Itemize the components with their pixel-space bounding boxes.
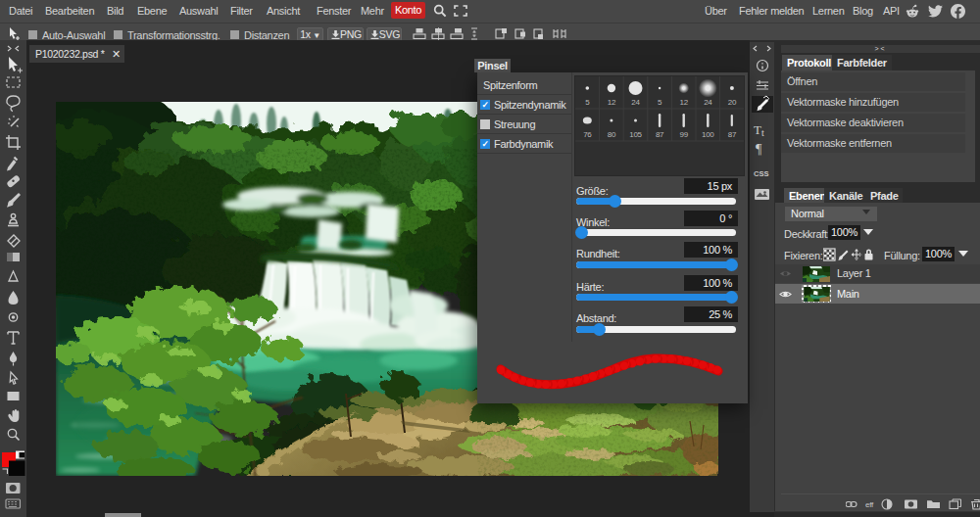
svg-text:24: 24 bbox=[704, 98, 712, 107]
svg-text:87: 87 bbox=[656, 130, 664, 139]
svg-text:T: T bbox=[754, 122, 761, 137]
svg-text:12: 12 bbox=[680, 98, 689, 107]
svg-text:CSS: CSS bbox=[754, 169, 768, 178]
svg-text:76: 76 bbox=[583, 130, 592, 139]
svg-text:20: 20 bbox=[728, 98, 737, 107]
svg-text:12: 12 bbox=[608, 98, 616, 107]
svg-text:99: 99 bbox=[680, 130, 689, 139]
svg-text:80: 80 bbox=[608, 130, 616, 139]
svg-text:eff: eff bbox=[865, 500, 874, 509]
svg-text:5: 5 bbox=[585, 98, 590, 107]
svg-text:5: 5 bbox=[658, 98, 662, 107]
svg-text:105: 105 bbox=[629, 130, 642, 139]
svg-text:87: 87 bbox=[728, 130, 737, 139]
svg-text:24: 24 bbox=[631, 98, 640, 107]
svg-text:t: t bbox=[761, 127, 764, 138]
svg-text:100: 100 bbox=[702, 130, 714, 139]
svg-text:¶: ¶ bbox=[756, 142, 762, 157]
